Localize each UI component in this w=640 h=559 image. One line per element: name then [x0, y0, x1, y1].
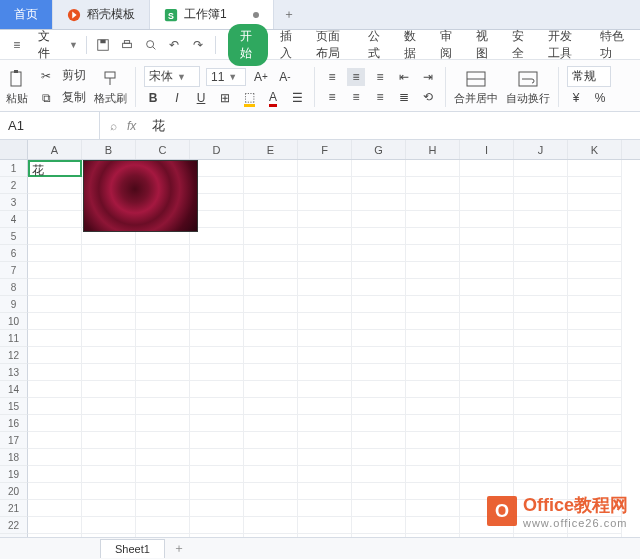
cell[interactable] — [460, 194, 514, 211]
cell[interactable] — [352, 364, 406, 381]
cell[interactable] — [136, 398, 190, 415]
cell[interactable] — [136, 466, 190, 483]
cell[interactable] — [352, 415, 406, 432]
add-sheet-button[interactable]: ＋ — [173, 540, 185, 557]
cell[interactable] — [460, 313, 514, 330]
cell[interactable] — [82, 398, 136, 415]
row-header[interactable]: 10 — [0, 313, 28, 330]
cell[interactable] — [190, 177, 244, 194]
ribbon-tab-data[interactable]: 数据 — [396, 24, 428, 66]
border-button[interactable]: ⊞ — [216, 89, 234, 107]
cell[interactable] — [514, 211, 568, 228]
cell[interactable] — [406, 160, 460, 177]
cell[interactable] — [514, 381, 568, 398]
save-button[interactable] — [95, 34, 113, 56]
cell[interactable] — [406, 483, 460, 500]
ribbon-tab-review[interactable]: 审阅 — [432, 24, 464, 66]
cell[interactable] — [406, 500, 460, 517]
fx-icon[interactable]: fx — [127, 119, 136, 133]
cell[interactable] — [568, 313, 622, 330]
cell[interactable] — [406, 517, 460, 534]
paste-button[interactable]: 粘贴 — [6, 68, 28, 106]
decrease-font-button[interactable]: A- — [276, 68, 294, 86]
cell[interactable] — [514, 245, 568, 262]
col-header[interactable]: H — [406, 140, 460, 159]
cell[interactable] — [298, 262, 352, 279]
cell[interactable] — [352, 381, 406, 398]
cell[interactable] — [406, 296, 460, 313]
cell[interactable] — [460, 364, 514, 381]
col-header[interactable]: F — [298, 140, 352, 159]
cell[interactable] — [460, 160, 514, 177]
cell[interactable] — [460, 211, 514, 228]
cell[interactable] — [352, 296, 406, 313]
cell[interactable] — [136, 245, 190, 262]
row-header[interactable]: 20 — [0, 483, 28, 500]
cell[interactable] — [28, 517, 82, 534]
cell[interactable] — [298, 500, 352, 517]
cell[interactable] — [298, 160, 352, 177]
cell[interactable] — [244, 432, 298, 449]
cell[interactable] — [190, 330, 244, 347]
cell[interactable] — [514, 466, 568, 483]
indent-decrease-button[interactable]: ⇤ — [395, 68, 413, 86]
cell[interactable] — [28, 415, 82, 432]
cell[interactable] — [406, 177, 460, 194]
cell[interactable] — [136, 500, 190, 517]
row-header[interactable]: 11 — [0, 330, 28, 347]
fill-color-button[interactable]: ⬚ — [240, 89, 258, 107]
cell[interactable] — [298, 296, 352, 313]
cell[interactable] — [28, 466, 82, 483]
cell[interactable] — [82, 330, 136, 347]
cell[interactable] — [136, 279, 190, 296]
cell[interactable] — [190, 245, 244, 262]
cell[interactable] — [298, 364, 352, 381]
row-header[interactable]: 22 — [0, 517, 28, 534]
cell[interactable] — [514, 296, 568, 313]
cell[interactable] — [298, 228, 352, 245]
cell[interactable] — [82, 279, 136, 296]
cell[interactable] — [514, 347, 568, 364]
cell[interactable] — [568, 245, 622, 262]
col-header[interactable]: B — [82, 140, 136, 159]
cell[interactable] — [82, 449, 136, 466]
cell[interactable] — [28, 330, 82, 347]
cell[interactable] — [298, 313, 352, 330]
cell[interactable] — [298, 415, 352, 432]
cell[interactable] — [244, 466, 298, 483]
cell[interactable] — [406, 449, 460, 466]
cell[interactable] — [28, 500, 82, 517]
cell[interactable] — [568, 279, 622, 296]
cell[interactable] — [82, 381, 136, 398]
cell[interactable] — [460, 177, 514, 194]
cell[interactable] — [136, 262, 190, 279]
cell[interactable] — [352, 160, 406, 177]
cell[interactable] — [352, 347, 406, 364]
cell[interactable] — [568, 381, 622, 398]
cell[interactable] — [460, 432, 514, 449]
cell[interactable] — [352, 211, 406, 228]
cell[interactable] — [514, 194, 568, 211]
cell[interactable] — [28, 194, 82, 211]
justify-button[interactable]: ≣ — [395, 88, 413, 106]
cell[interactable] — [190, 228, 244, 245]
cell[interactable] — [298, 347, 352, 364]
cell[interactable] — [244, 177, 298, 194]
cell[interactable]: 花 — [28, 160, 82, 177]
cell[interactable] — [244, 517, 298, 534]
cell[interactable] — [28, 381, 82, 398]
align-bottom-button[interactable]: ≡ — [371, 68, 389, 86]
cell[interactable] — [406, 432, 460, 449]
cell[interactable] — [514, 279, 568, 296]
cell[interactable] — [568, 415, 622, 432]
copy-button[interactable]: ⧉复制 — [36, 88, 86, 108]
align-middle-button[interactable]: ≡ — [347, 68, 365, 86]
cell[interactable] — [82, 262, 136, 279]
cell[interactable] — [352, 398, 406, 415]
cell[interactable] — [298, 517, 352, 534]
col-header[interactable]: J — [514, 140, 568, 159]
cell[interactable] — [28, 398, 82, 415]
cell[interactable] — [460, 449, 514, 466]
ribbon-tab-start[interactable]: 开始 — [228, 24, 268, 66]
cell[interactable] — [568, 398, 622, 415]
